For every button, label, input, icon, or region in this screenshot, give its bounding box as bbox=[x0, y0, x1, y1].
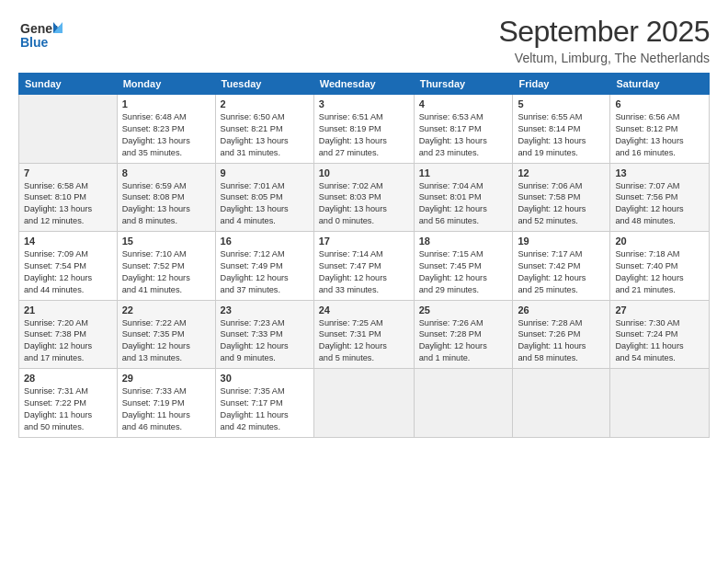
day-number: 11 bbox=[419, 167, 508, 178]
calendar-cell: 20Sunrise: 7:18 AMSunset: 7:40 PMDayligh… bbox=[610, 232, 710, 301]
day-info: Sunrise: 7:01 AMSunset: 8:05 PMDaylight:… bbox=[221, 180, 309, 228]
day-number: 9 bbox=[221, 167, 309, 178]
calendar-cell: 6Sunrise: 6:56 AMSunset: 8:12 PMDaylight… bbox=[610, 95, 710, 164]
day-info: Sunrise: 6:48 AMSunset: 8:23 PMDaylight:… bbox=[122, 111, 210, 159]
day-number: 20 bbox=[615, 236, 704, 247]
calendar-cell bbox=[513, 369, 610, 438]
calendar-cell: 17Sunrise: 7:14 AMSunset: 7:47 PMDayligh… bbox=[313, 232, 414, 301]
day-number: 26 bbox=[518, 304, 605, 316]
day-info: Sunrise: 7:33 AMSunset: 7:19 PMDaylight:… bbox=[122, 385, 210, 433]
week-row-4: 21Sunrise: 7:20 AMSunset: 7:38 PMDayligh… bbox=[19, 300, 710, 369]
day-number: 23 bbox=[221, 304, 309, 316]
day-number: 28 bbox=[24, 373, 112, 384]
calendar-cell bbox=[610, 369, 710, 438]
day-info: Sunrise: 7:28 AMSunset: 7:26 PMDaylight:… bbox=[518, 317, 605, 365]
calendar-cell bbox=[414, 369, 513, 438]
day-number: 19 bbox=[518, 236, 605, 247]
calendar-cell: 21Sunrise: 7:20 AMSunset: 7:38 PMDayligh… bbox=[19, 300, 118, 369]
calendar-cell: 13Sunrise: 7:07 AMSunset: 7:56 PMDayligh… bbox=[610, 163, 710, 232]
page-header: General Blue September 2025 Veltum, Limb… bbox=[18, 15, 710, 65]
calendar-cell: 15Sunrise: 7:10 AMSunset: 7:52 PMDayligh… bbox=[117, 232, 215, 301]
location: Veltum, Limburg, The Netherlands bbox=[498, 51, 710, 65]
day-info: Sunrise: 7:07 AMSunset: 7:56 PMDaylight:… bbox=[615, 180, 704, 228]
day-info: Sunrise: 6:58 AMSunset: 8:10 PMDaylight:… bbox=[24, 180, 112, 228]
day-info: Sunrise: 7:22 AMSunset: 7:35 PMDaylight:… bbox=[122, 317, 210, 365]
day-number: 17 bbox=[319, 236, 409, 247]
calendar-cell bbox=[19, 95, 118, 164]
day-number: 3 bbox=[319, 98, 409, 109]
day-info: Sunrise: 7:10 AMSunset: 7:52 PMDaylight:… bbox=[122, 248, 210, 296]
col-sunday: Sunday bbox=[19, 74, 118, 95]
calendar-cell: 2Sunrise: 6:50 AMSunset: 8:21 PMDaylight… bbox=[215, 95, 313, 164]
calendar-header-row: Sunday Monday Tuesday Wednesday Thursday… bbox=[19, 74, 710, 95]
day-number: 10 bbox=[319, 167, 409, 178]
day-number: 12 bbox=[518, 167, 605, 178]
day-info: Sunrise: 6:55 AMSunset: 8:14 PMDaylight:… bbox=[518, 111, 605, 159]
calendar-cell: 29Sunrise: 7:33 AMSunset: 7:19 PMDayligh… bbox=[117, 369, 215, 438]
logo: General Blue bbox=[18, 15, 63, 59]
calendar-cell: 9Sunrise: 7:01 AMSunset: 8:05 PMDaylight… bbox=[215, 163, 313, 232]
day-info: Sunrise: 7:26 AMSunset: 7:28 PMDaylight:… bbox=[419, 317, 508, 365]
day-info: Sunrise: 6:59 AMSunset: 8:08 PMDaylight:… bbox=[122, 180, 210, 228]
day-info: Sunrise: 6:56 AMSunset: 8:12 PMDaylight:… bbox=[615, 111, 704, 159]
day-info: Sunrise: 6:50 AMSunset: 8:21 PMDaylight:… bbox=[221, 111, 309, 159]
calendar-cell: 28Sunrise: 7:31 AMSunset: 7:22 PMDayligh… bbox=[19, 369, 118, 438]
day-info: Sunrise: 7:17 AMSunset: 7:42 PMDaylight:… bbox=[518, 248, 605, 296]
day-info: Sunrise: 7:06 AMSunset: 7:58 PMDaylight:… bbox=[518, 180, 605, 228]
calendar-cell: 10Sunrise: 7:02 AMSunset: 8:03 PMDayligh… bbox=[313, 163, 414, 232]
calendar-cell: 30Sunrise: 7:35 AMSunset: 7:17 PMDayligh… bbox=[215, 369, 313, 438]
day-number: 27 bbox=[615, 304, 704, 316]
day-number: 15 bbox=[122, 236, 210, 247]
calendar-cell: 22Sunrise: 7:22 AMSunset: 7:35 PMDayligh… bbox=[117, 300, 215, 369]
col-thursday: Thursday bbox=[414, 74, 513, 95]
day-info: Sunrise: 7:25 AMSunset: 7:31 PMDaylight:… bbox=[319, 317, 409, 365]
day-info: Sunrise: 7:18 AMSunset: 7:40 PMDaylight:… bbox=[615, 248, 704, 296]
calendar-cell: 18Sunrise: 7:15 AMSunset: 7:45 PMDayligh… bbox=[414, 232, 513, 301]
day-number: 24 bbox=[319, 304, 409, 316]
day-number: 25 bbox=[419, 304, 508, 316]
day-info: Sunrise: 7:04 AMSunset: 8:01 PMDaylight:… bbox=[419, 180, 508, 228]
day-number: 14 bbox=[24, 236, 112, 247]
calendar-cell: 25Sunrise: 7:26 AMSunset: 7:28 PMDayligh… bbox=[414, 300, 513, 369]
calendar-table: Sunday Monday Tuesday Wednesday Thursday… bbox=[18, 73, 710, 438]
title-block: September 2025 Veltum, Limburg, The Neth… bbox=[498, 15, 710, 65]
day-number: 7 bbox=[24, 167, 112, 178]
calendar-cell: 14Sunrise: 7:09 AMSunset: 7:54 PMDayligh… bbox=[19, 232, 118, 301]
month-title: September 2025 bbox=[498, 15, 710, 49]
day-number: 16 bbox=[221, 236, 309, 247]
week-row-5: 28Sunrise: 7:31 AMSunset: 7:22 PMDayligh… bbox=[19, 369, 710, 438]
day-number: 22 bbox=[122, 304, 210, 316]
col-wednesday: Wednesday bbox=[313, 74, 414, 95]
calendar-cell: 12Sunrise: 7:06 AMSunset: 7:58 PMDayligh… bbox=[513, 163, 610, 232]
calendar-cell: 16Sunrise: 7:12 AMSunset: 7:49 PMDayligh… bbox=[215, 232, 313, 301]
col-monday: Monday bbox=[117, 74, 215, 95]
col-saturday: Saturday bbox=[610, 74, 710, 95]
logo-icon: General Blue bbox=[18, 15, 63, 55]
calendar-cell: 27Sunrise: 7:30 AMSunset: 7:24 PMDayligh… bbox=[610, 300, 710, 369]
day-number: 8 bbox=[122, 167, 210, 178]
calendar-cell: 8Sunrise: 6:59 AMSunset: 8:08 PMDaylight… bbox=[117, 163, 215, 232]
day-number: 18 bbox=[419, 236, 508, 247]
day-info: Sunrise: 7:30 AMSunset: 7:24 PMDaylight:… bbox=[615, 317, 704, 365]
calendar-cell: 1Sunrise: 6:48 AMSunset: 8:23 PMDaylight… bbox=[117, 95, 215, 164]
page-container: General Blue September 2025 Veltum, Limb… bbox=[0, 0, 728, 563]
calendar-cell: 23Sunrise: 7:23 AMSunset: 7:33 PMDayligh… bbox=[215, 300, 313, 369]
calendar-cell bbox=[313, 369, 414, 438]
day-number: 2 bbox=[221, 98, 309, 109]
day-number: 1 bbox=[122, 98, 210, 109]
calendar-cell: 3Sunrise: 6:51 AMSunset: 8:19 PMDaylight… bbox=[313, 95, 414, 164]
day-info: Sunrise: 7:15 AMSunset: 7:45 PMDaylight:… bbox=[419, 248, 508, 296]
day-number: 5 bbox=[518, 98, 605, 109]
calendar-cell: 7Sunrise: 6:58 AMSunset: 8:10 PMDaylight… bbox=[19, 163, 118, 232]
day-info: Sunrise: 7:20 AMSunset: 7:38 PMDaylight:… bbox=[24, 317, 112, 365]
day-info: Sunrise: 7:23 AMSunset: 7:33 PMDaylight:… bbox=[221, 317, 309, 365]
col-tuesday: Tuesday bbox=[215, 74, 313, 95]
calendar-cell: 19Sunrise: 7:17 AMSunset: 7:42 PMDayligh… bbox=[513, 232, 610, 301]
day-number: 29 bbox=[122, 373, 210, 384]
day-info: Sunrise: 7:09 AMSunset: 7:54 PMDaylight:… bbox=[24, 248, 112, 296]
calendar-cell: 11Sunrise: 7:04 AMSunset: 8:01 PMDayligh… bbox=[414, 163, 513, 232]
week-row-1: 1Sunrise: 6:48 AMSunset: 8:23 PMDaylight… bbox=[19, 95, 710, 164]
day-number: 30 bbox=[221, 373, 309, 384]
calendar-cell: 5Sunrise: 6:55 AMSunset: 8:14 PMDaylight… bbox=[513, 95, 610, 164]
day-info: Sunrise: 7:12 AMSunset: 7:49 PMDaylight:… bbox=[221, 248, 309, 296]
